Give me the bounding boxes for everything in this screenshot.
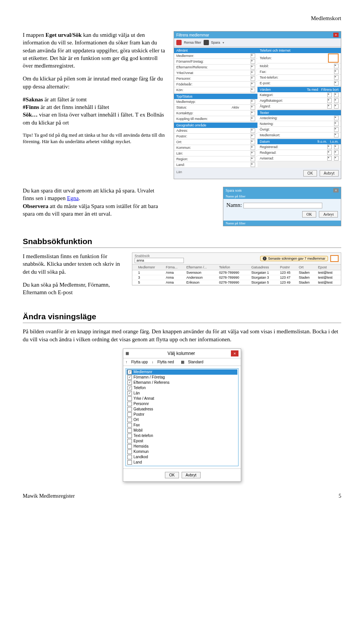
clear-filter-icon[interactable] (176, 40, 182, 45)
column-item[interactable]: ✓Län (127, 391, 237, 396)
chevron-right-icon[interactable] (251, 65, 255, 69)
chevron-right-icon[interactable] (251, 128, 255, 133)
filter-row[interactable]: Efternamn/Referens: (174, 65, 257, 70)
filter-row[interactable]: Kontakttyp: (174, 110, 257, 116)
filter-row[interactable]: Redigerad: (257, 150, 341, 156)
column-item[interactable]: Landkod (127, 454, 237, 460)
checkbox-icon[interactable] (127, 449, 132, 454)
ok-button[interactable]: OK (302, 211, 316, 218)
arrow-up-icon[interactable]: ↑ (126, 360, 127, 364)
table-header[interactable] (132, 265, 136, 270)
arrow-down-icon[interactable]: ↓ (152, 360, 154, 364)
column-item[interactable]: Kommun (127, 449, 237, 454)
checkbox-icon[interactable] (127, 444, 132, 449)
filter-row[interactable]: Medlemstyp: (174, 99, 257, 105)
checkbox-icon[interactable]: ✓ (127, 370, 132, 374)
chevron-right-icon[interactable] (251, 162, 255, 167)
column-item[interactable]: Text-telefon (127, 433, 237, 438)
save-label[interactable]: Spara (211, 41, 220, 44)
column-item[interactable]: Mobil (127, 428, 237, 433)
checkbox-icon[interactable] (127, 428, 132, 433)
column-item[interactable]: ✓Medlemsnr (127, 369, 237, 375)
filter-row[interactable]: Land: (174, 162, 257, 168)
chevron-right-icon[interactable] (334, 121, 339, 126)
table-row[interactable]: 1AnnaSvensson0278-789990Storgatan 1123 4… (132, 270, 341, 275)
checkbox-icon[interactable] (127, 455, 132, 459)
chevron-right-icon[interactable] (334, 116, 339, 120)
chevron-right-icon[interactable] (334, 69, 339, 74)
checkbox-icon[interactable] (127, 460, 132, 465)
checkbox-icon[interactable] (127, 439, 132, 443)
table-header[interactable]: Medlemsnr (136, 265, 164, 270)
search-input[interactable]: anna (135, 258, 184, 263)
checkbox-icon[interactable] (127, 396, 132, 401)
table-header[interactable]: Epost (317, 265, 341, 270)
chevron-right-icon[interactable] (334, 133, 339, 137)
filter-row[interactable]: Avgiftskategori: (257, 98, 341, 104)
filter-row[interactable]: Medlemskort: (257, 132, 341, 138)
move-down-button[interactable]: Flytta ned (157, 360, 174, 364)
filter-row[interactable]: Yrke/Annat (174, 70, 257, 76)
columns-button-highlight[interactable] (330, 255, 339, 262)
filter-row[interactable]: Aviserad: (257, 156, 341, 161)
table-header[interactable]: Postnr (279, 265, 297, 270)
checkbox-icon[interactable]: ✓ (127, 391, 132, 396)
filter-row[interactable]: Notering: (257, 121, 341, 127)
filter-row[interactable]: Län: (174, 151, 257, 156)
saveas-name-input[interactable] (243, 203, 322, 208)
chevron-right-icon[interactable] (334, 64, 339, 68)
clear-filter-label[interactable]: Rensa filter (184, 41, 201, 44)
checkbox-icon[interactable]: ✓ (127, 380, 132, 385)
filter-row[interactable]: Övrigt: (257, 127, 341, 132)
chevron-right-icon[interactable] (334, 127, 339, 132)
filter-row[interactable]: Postnr: (174, 134, 257, 139)
filter-row[interactable]: Ort: (174, 139, 257, 145)
checkbox-icon[interactable]: ✓ (127, 375, 132, 380)
filter-row[interactable]: Mobil: (257, 63, 341, 69)
checkbox-icon[interactable] (127, 412, 132, 417)
chevron-right-icon[interactable] (334, 81, 339, 85)
save-icon[interactable] (204, 40, 209, 45)
egna-link[interactable]: Egna (67, 195, 79, 201)
table-row[interactable]: 5AnnaEriksson0278-789990Storgatan 5123 4… (132, 280, 341, 285)
filter-row[interactable]: Förnamn/Företag: (174, 59, 257, 65)
filter-row[interactable]: E-post: (257, 80, 341, 86)
chevron-right-icon[interactable] (251, 157, 255, 161)
ok-button[interactable]: OK (303, 170, 317, 177)
column-item[interactable]: Land (127, 460, 237, 465)
close-icon[interactable]: × (333, 188, 339, 192)
column-item[interactable]: Gatuadress (127, 407, 237, 412)
cancel-button[interactable]: Avbryt (320, 170, 339, 177)
filter-row[interactable]: Status:Aktiv (174, 105, 257, 110)
filter-row[interactable]: Kommun: (174, 145, 257, 151)
filter-row[interactable]: Kön: (174, 87, 257, 93)
table-header[interactable]: Efternamn /... (185, 265, 217, 270)
close-icon[interactable]: × (231, 350, 238, 356)
chevron-right-icon[interactable] (251, 151, 255, 156)
column-item[interactable]: ✓Telefon (127, 385, 237, 391)
chevron-right-icon[interactable] (251, 134, 255, 139)
table-header[interactable]: Gatuadress (250, 265, 279, 270)
ok-button[interactable]: OK (165, 472, 179, 478)
move-up-button[interactable]: Flytta upp (131, 360, 148, 364)
checkbox-icon[interactable] (127, 418, 132, 422)
chevron-right-icon[interactable] (251, 140, 255, 144)
filter-row[interactable]: Koppling till medlem: (174, 116, 257, 122)
checkbox-icon[interactable] (127, 402, 132, 406)
table-row[interactable]: 3AnnaAndersson0278-789990Storgatan 3123 … (132, 275, 341, 280)
cancel-button[interactable]: Avbryt (182, 472, 201, 478)
chevron-right-icon[interactable] (334, 75, 339, 80)
column-item[interactable]: ✓Förnamn / Företag (127, 375, 237, 380)
column-item[interactable]: Postnr (127, 412, 237, 417)
chevron-right-icon[interactable] (251, 59, 255, 64)
chevron-right-icon[interactable] (251, 145, 255, 150)
checkbox-icon[interactable] (127, 423, 132, 427)
filter-row[interactable]: Åtgärd: (257, 104, 341, 109)
column-item[interactable]: Hemsida (127, 444, 237, 449)
column-item[interactable]: Fax (127, 423, 237, 428)
filter-row[interactable]: Födelseår: (174, 82, 257, 87)
table-header[interactable]: Ort (297, 265, 317, 270)
filter-row[interactable]: Personnr: (174, 76, 257, 82)
filter-row[interactable]: Medlemsnr: (174, 53, 257, 59)
column-item[interactable]: Yrke / Annat (127, 396, 237, 401)
